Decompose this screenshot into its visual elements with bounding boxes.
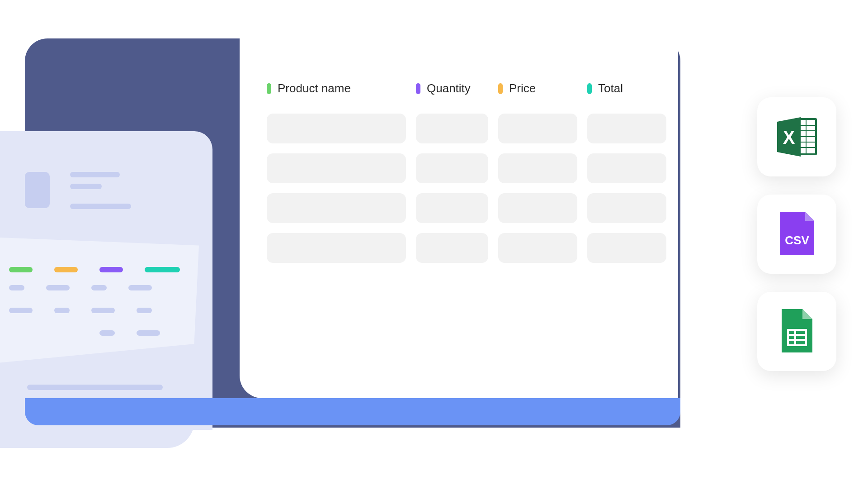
tag-orange [54,267,78,272]
table-row [267,153,687,183]
excel-icon: X [774,115,820,158]
cell-product-name [267,153,406,183]
dot-icon [587,83,592,94]
placeholder-wide [27,385,163,390]
device-base [25,398,680,425]
cell-total [587,153,666,183]
placeholder-line [70,204,131,209]
cell-product-name [267,233,406,263]
cell-quantity [416,153,488,183]
invoice-mini-grid [9,285,160,353]
svg-text:X: X [783,127,795,148]
google-sheets-icon [780,309,814,354]
export-options: X CSV [757,97,836,371]
cell-total [587,114,666,143]
table-header-row: Product name Quantity Price Total [267,81,687,95]
svg-text:CSV: CSV [785,233,809,247]
column-header-total: Total [587,81,666,95]
export-sheets-button[interactable] [757,292,836,371]
invoice-column-tags [9,267,180,272]
dot-icon [267,83,271,94]
table-row [267,114,687,143]
placeholder-line [70,184,102,189]
cell-price [498,233,577,263]
cell-price [498,153,577,183]
extracted-table: Product name Quantity Price Total [267,81,687,273]
cell-product-name [267,193,406,223]
cell-quantity [416,233,488,263]
cell-quantity [416,193,488,223]
column-label: Quantity [427,81,471,95]
cell-price [498,193,577,223]
csv-icon: CSV [778,212,816,257]
export-csv-button[interactable]: CSV [757,195,836,274]
column-label: Product name [278,81,351,95]
export-excel-button[interactable]: X [757,97,836,176]
column-header-quantity: Quantity [416,81,488,95]
placeholder-line [70,172,120,177]
cell-total [587,233,666,263]
column-label: Total [598,81,623,95]
table-row [267,193,687,223]
cell-quantity [416,114,488,143]
cell-total [587,193,666,223]
tag-teal [145,267,180,272]
cell-price [498,114,577,143]
placeholder-block [25,172,50,208]
column-header-product-name: Product name [267,81,406,95]
dot-icon [416,83,420,94]
cell-product-name [267,114,406,143]
table-row [267,233,687,263]
column-header-price: Price [498,81,577,95]
dot-icon [498,83,503,94]
column-label: Price [509,81,536,95]
tag-purple [99,267,123,272]
tag-green [9,267,33,272]
